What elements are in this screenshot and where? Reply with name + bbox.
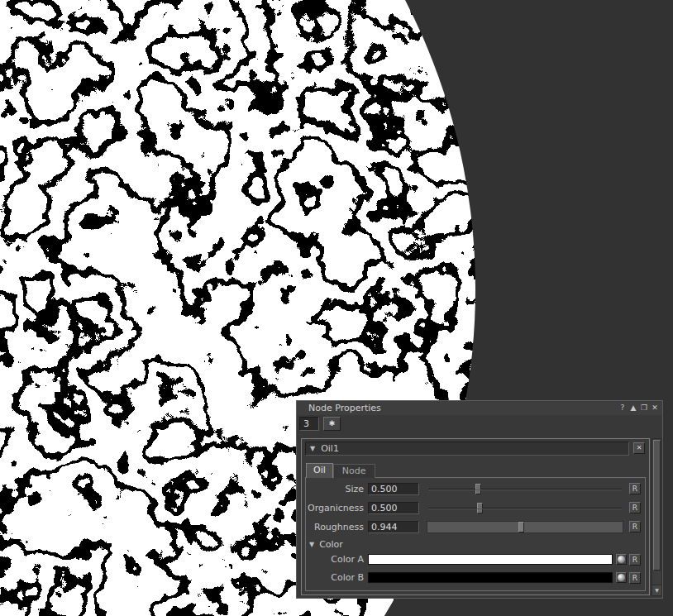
roughness-input[interactable] xyxy=(368,521,419,533)
color-a-swatch[interactable] xyxy=(368,554,613,565)
panel-scrollbar[interactable]: ▼ xyxy=(652,438,662,596)
close-node-button[interactable]: ✕ xyxy=(633,442,645,454)
param-row-organicness: Organicness R xyxy=(306,500,645,517)
size-slider-handle[interactable] xyxy=(475,484,481,494)
color-wheel-icon xyxy=(618,574,625,581)
size-revert-button[interactable]: R xyxy=(629,483,641,494)
color-row-b: Color B R xyxy=(306,571,645,585)
color-row-a: Color A R xyxy=(306,552,645,567)
organicness-slider-handle[interactable] xyxy=(477,503,483,513)
alert-icon[interactable]: ▲ xyxy=(628,404,638,413)
organicness-input[interactable] xyxy=(368,502,419,514)
panel-titlebar: Node Properties ? ▲ ❐ ✕ xyxy=(297,401,662,415)
roughness-slider-handle[interactable] xyxy=(518,522,524,532)
node-panel-frame: ▼ Oil1 ✕ Oil Node Size R Organicness xyxy=(301,438,650,595)
color-section-header[interactable]: ▼ Color xyxy=(309,537,343,551)
color-b-picker-button[interactable] xyxy=(616,572,627,583)
node-tabs: Oil Node xyxy=(306,463,375,478)
pin-panels-button[interactable]: ✱ xyxy=(323,417,341,431)
application-window: { "window": { "title": "Node Properties"… xyxy=(0,0,673,616)
param-row-roughness: Roughness R xyxy=(306,519,645,536)
color-wheel-icon xyxy=(618,556,625,563)
roughness-label: Roughness xyxy=(306,519,364,535)
scrollbar-down-arrow[interactable]: ▼ xyxy=(652,585,661,595)
tab-oil[interactable]: Oil xyxy=(306,463,333,478)
color-b-label: Color B xyxy=(306,571,364,585)
organicness-revert-button[interactable]: R xyxy=(629,502,641,513)
color-a-picker-button[interactable] xyxy=(616,554,627,565)
float-window-icon[interactable]: ❐ xyxy=(639,404,649,413)
collapse-color-icon[interactable]: ▼ xyxy=(309,541,314,548)
size-label: Size xyxy=(306,481,364,497)
color-a-revert-button[interactable]: R xyxy=(629,554,641,566)
organicness-slider[interactable] xyxy=(427,502,623,514)
scrollbar-thumb[interactable] xyxy=(653,440,661,571)
node-properties-panel: Node Properties ? ▲ ❐ ✕ ✱ ▼ Oil1 ✕ Oil N… xyxy=(296,400,663,599)
help-icon[interactable]: ? xyxy=(618,404,628,413)
node-name-label: Oil1 xyxy=(321,443,339,454)
color-a-label: Color A xyxy=(306,552,364,566)
collapse-node-icon[interactable]: ▼ xyxy=(310,445,315,452)
max-panels-input[interactable] xyxy=(299,417,319,431)
color-section-title: Color xyxy=(319,539,343,550)
color-b-revert-button[interactable]: R xyxy=(629,572,641,584)
close-panel-icon[interactable]: ✕ xyxy=(650,404,660,413)
size-slider[interactable] xyxy=(427,483,623,495)
roughness-revert-button[interactable]: R xyxy=(629,521,641,532)
organicness-label: Organicness xyxy=(306,500,364,516)
tab-node[interactable]: Node xyxy=(333,464,375,478)
size-input[interactable] xyxy=(368,483,419,495)
node-header-bar[interactable]: ▼ Oil1 xyxy=(305,442,629,456)
color-b-swatch[interactable] xyxy=(368,572,613,583)
param-row-size: Size R xyxy=(306,481,645,498)
panel-title: Node Properties xyxy=(308,403,381,413)
roughness-slider[interactable] xyxy=(427,521,623,533)
oil-tab-content: Size R Organicness R Roughness xyxy=(305,477,646,591)
